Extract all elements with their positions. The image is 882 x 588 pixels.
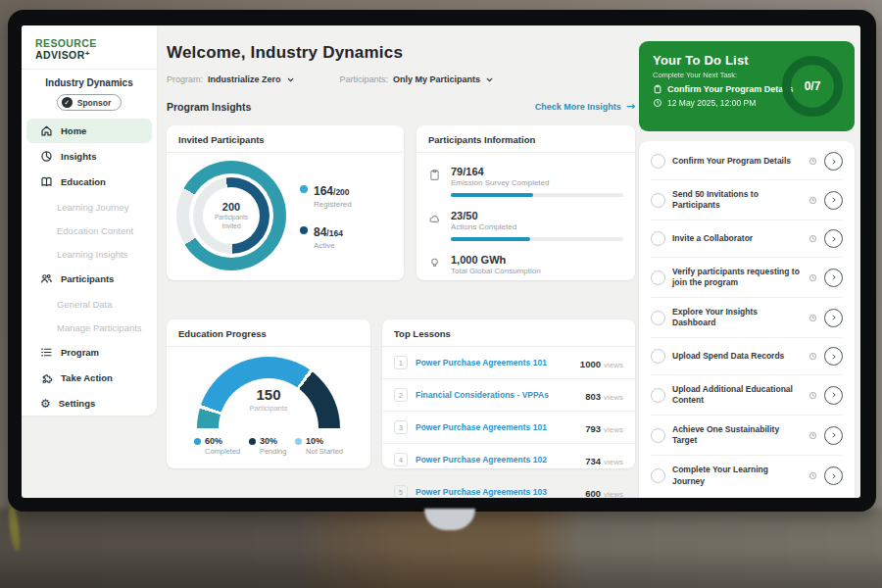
lesson-link[interactable]: Power Purchase Agreements 102 [416,455,577,465]
legend-dot-not-started [295,438,302,445]
task-checkbox[interactable] [651,193,665,208]
task-open-button[interactable] [824,269,843,287]
legend-dot-pending [249,438,256,445]
lesson-link[interactable]: Financial Considerations - VPPAs [416,390,577,400]
sidebar-nav: Home Insights Education Learning Journey… [22,119,157,416]
arrow-right-icon: → [626,100,635,113]
emission-survey-progressbar [451,193,623,197]
dashboard-screen: RESOURCE ADVISOR+ Industry Dynamics ✓ Sp… [22,25,860,498]
task-open-button[interactable] [824,466,843,485]
legend-pending: 30%Pending [249,436,287,456]
participants-filter[interactable]: Participants: Only My Participants [340,74,495,84]
filter-bar: Program: Industrialize Zero Participants… [167,74,635,84]
top-lessons-title: Top Lessons [382,319,635,347]
task-checkbox[interactable] [651,428,665,443]
task-open-button[interactable] [824,426,843,445]
check-more-insights-link[interactable]: Check More Insights → [535,100,635,113]
sidebar-item-take-action[interactable]: Take Action [26,366,152,390]
program-insights-title: Program Insights [167,101,251,113]
actions-completed-label: Actions Completed [451,222,623,231]
task-open-button[interactable] [824,229,843,248]
sponsor-badge[interactable]: ✓ Sponsor [57,94,122,111]
task-row-achieve-target: Achieve One Sustainability Target [651,416,843,456]
lesson-row: 1 Power Purchase Agreements 101 1000view… [382,347,635,379]
task-open-button[interactable] [824,347,843,366]
chevron-right-icon [830,431,838,439]
lesson-link[interactable]: Power Purchase Agreements 101 [416,422,577,432]
sidebar-item-home[interactable]: Home [26,119,152,143]
actions-completed-value: 23/50 [451,210,623,221]
lesson-link[interactable]: Power Purchase Agreements 101 [416,358,572,368]
task-open-button[interactable] [824,309,843,327]
sidebar-item-participants[interactable]: Participants [26,267,152,291]
legend-active: 84/164 Active [300,222,352,250]
sidebar-item-insights[interactable]: Insights [26,144,152,169]
task-checkbox[interactable] [651,349,665,364]
legend-dot-registered [300,185,308,193]
task-open-button[interactable] [824,386,843,405]
global-consumption-row: 1,000 GWh Total Global Consumption [428,247,623,281]
legend-not-started: 10%Not Started [295,436,343,456]
task-row-confirm-program: Confirm Your Program Details [651,143,843,180]
lesson-row: 2 Financial Considerations - VPPAs 803vi… [382,379,635,412]
sidebar-item-general-data[interactable]: General Data [22,292,157,316]
page-title: Welcome, Industry Dynamics [167,43,635,63]
photo-background: RESOURCE ADVISOR+ Industry Dynamics ✓ Sp… [0,0,882,588]
top-lessons-card: Top Lessons 1 Power Purchase Agreements … [382,319,635,468]
program-filter-label: Program: [167,74,203,84]
chevron-right-icon [830,196,838,204]
todo-column: Your To Do List Complete Your Next Task:… [639,41,855,498]
bulb-icon [428,254,442,275]
task-checkbox[interactable] [651,388,665,403]
sidebar-item-program[interactable]: Program [26,340,152,365]
task-checkbox[interactable] [651,231,665,246]
clock-icon [808,352,817,361]
task-checkbox[interactable] [651,311,665,325]
chevron-down-icon [286,75,295,84]
task-row-invite-collaborator: Invite a Collaborator [651,220,843,258]
legend-dot-active [300,226,308,234]
sidebar-item-label: Take Action [61,372,113,383]
sidebar-item-education[interactable]: Education [26,170,152,194]
lesson-rank: 2 [394,388,408,402]
sidebar-item-settings[interactable]: ⚙ Settings [26,391,152,416]
donut-center-value: 200 [222,201,240,213]
lesson-rank: 4 [394,453,408,466]
collapse-tasks-link[interactable]: Collapse Tasks [651,496,843,498]
clock-icon [808,196,817,205]
program-filter[interactable]: Program: Industrialize Zero [167,74,295,84]
participants-information-card: Participants Information 79/164 Emission… [416,125,635,280]
todo-progress-ring: 0/7 [782,56,843,117]
clock-icon [653,98,662,108]
chevron-right-icon [830,314,838,321]
task-open-button[interactable] [824,152,843,171]
registered-total: /200 [333,187,350,197]
clock-icon [808,471,817,480]
sidebar-item-label: Settings [59,398,95,409]
sidebar-item-learning-journey[interactable]: Learning Journey [22,195,157,219]
registered-value: 164 [314,184,333,198]
chevron-right-icon [830,235,838,243]
sidebar-item-manage-participants[interactable]: Manage Participants [22,316,157,339]
participants-information-title: Participants Information [416,125,635,153]
task-row-send-invitations: Send 50 Invitations to Participants [651,180,843,220]
clipboard-icon [653,84,662,94]
lesson-rank: 1 [394,356,408,369]
lesson-link[interactable]: Power Purchase Agreements 103 [416,487,577,497]
task-row-upload-educational-content: Upload Additional Educational Content [651,375,843,416]
gauge-center-value: 150 [197,386,340,403]
chevron-right-icon [830,353,838,361]
task-open-button[interactable] [824,191,843,210]
task-checkbox[interactable] [651,270,665,285]
sidebar-item-learning-insights[interactable]: Learning Insights [22,242,157,266]
emission-survey-label: Emission Survey Completed [451,178,623,187]
task-checkbox[interactable] [651,154,665,169]
lesson-row: 5 Power Purchase Agreements 103 600views [382,476,635,498]
sidebar-item-education-content[interactable]: Education Content [22,219,157,242]
task-checkbox[interactable] [651,468,665,483]
participants-filter-label: Participants: [340,74,389,84]
task-row-explore-insights: Explore Your Insights Dashboard [651,298,843,338]
emission-survey-row: 79/164 Emission Survey Completed [428,159,623,203]
education-progress-card: Education Progress 150 Participants [167,319,370,468]
puzzle-icon [40,371,53,384]
